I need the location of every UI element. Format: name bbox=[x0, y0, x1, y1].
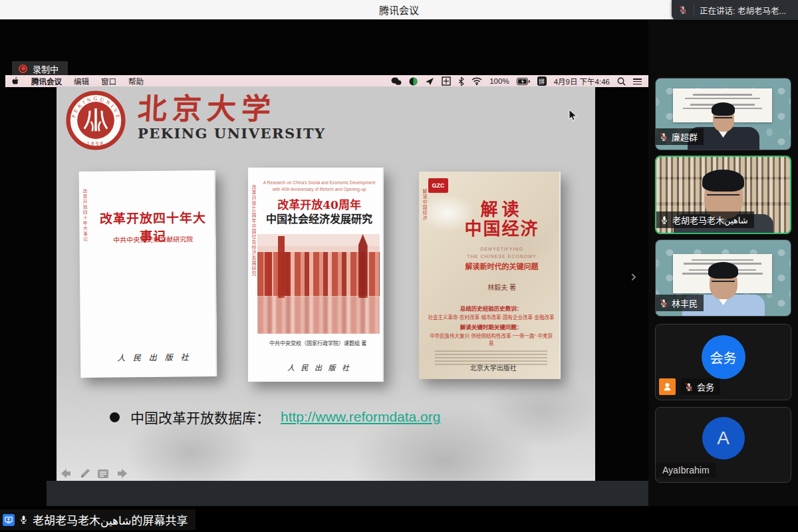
avatar-ayaibrahim: A bbox=[702, 417, 745, 460]
slide-menu-button[interactable] bbox=[96, 467, 110, 480]
active-speaker-text: 正在讲话: 老胡老马老... bbox=[694, 4, 786, 17]
participant-name-label: 会务 bbox=[681, 378, 720, 395]
participant-name-label: AyaIbrahim bbox=[656, 463, 716, 477]
book2-skyline-image bbox=[257, 234, 380, 334]
university-name-en: PEKING UNIVERSITY bbox=[138, 125, 326, 142]
recording-label: 录制中 bbox=[33, 63, 59, 75]
book3-blurb-h1: 总结历史经验历史教训： bbox=[428, 304, 555, 312]
next-slide-button[interactable] bbox=[114, 467, 128, 480]
record-dot-icon bbox=[19, 65, 27, 73]
participants-sidebar: 廉超群 老胡老马老木شاهين 林丰民 bbox=[648, 20, 798, 506]
mouse-cursor bbox=[569, 109, 577, 124]
mic-muted-icon bbox=[659, 299, 668, 308]
book-cover-3: GZC 解读中国经济 解读 中国经济 DEMYSTIFYING THE CHIN… bbox=[419, 172, 561, 379]
participant-name-label: 老胡老马老木شاهين bbox=[656, 211, 754, 228]
book3-title-en-1: DEMYSTIFYING bbox=[454, 246, 549, 253]
presenter-app-strip bbox=[47, 481, 648, 506]
paper-plane-icon[interactable] bbox=[425, 76, 434, 86]
menubar-item-window[interactable]: 窗口 bbox=[101, 76, 116, 86]
book2-title-en-2: with 40th Anniversary of Reform and Open… bbox=[261, 186, 376, 193]
menubar-item-help[interactable]: 帮助 bbox=[128, 76, 144, 86]
menubar-app-name[interactable]: 腾讯会议 bbox=[31, 76, 62, 86]
bullet-text: 中国改革开放数据库： bbox=[130, 407, 270, 427]
input-source-grid-icon[interactable] bbox=[442, 76, 451, 86]
recording-indicator[interactable]: 录制中 bbox=[12, 61, 68, 76]
pku-seal-icon: P E K I N G U N I V E R S I T Y 1898 bbox=[66, 90, 126, 150]
spotlight-search-icon[interactable] bbox=[617, 76, 626, 86]
participant-tile-huiwu[interactable]: 会务 会务 bbox=[655, 324, 791, 400]
macos-menubar: 腾讯会议 编辑 窗口 帮助 bbox=[5, 75, 648, 87]
battery-icon[interactable] bbox=[517, 76, 530, 86]
participant-name: 会务 bbox=[697, 380, 714, 393]
window-title: 腾讯会议 bbox=[379, 3, 419, 17]
pen-tool-button[interactable] bbox=[78, 467, 92, 480]
book3-title-en-2: THE CHINESE ECONOMY bbox=[454, 253, 549, 261]
tencent-meeting-window: 腾讯会议 正在讲话: 老胡老马老... 录制中 腾讯会议 编辑 窗口 帮助 bbox=[0, 0, 798, 532]
wechat-icon[interactable] bbox=[391, 76, 402, 86]
book-cover-2: 改革开放40周年中国社会经济发展研究 A Research on China's… bbox=[248, 168, 384, 382]
sidebar-collapse-chevron[interactable]: › bbox=[630, 267, 637, 286]
book3-spine: 解读中国经济 bbox=[421, 189, 428, 221]
book2-title-en-1: A Research on China's Social and Economi… bbox=[261, 180, 376, 186]
book3-blurb-h2: 解读关键时期关键问题： bbox=[428, 323, 555, 331]
participant-tile-lianchaoqun[interactable]: 廉超群 bbox=[655, 78, 791, 150]
book3-title-2: 中国经济 bbox=[454, 219, 549, 239]
mic-muted-icon bbox=[672, 3, 694, 17]
participant-name: 廉超群 bbox=[672, 130, 698, 143]
participant-name: 林丰民 bbox=[672, 297, 698, 309]
book2-publisher: 人 民 出 版 社 bbox=[261, 362, 376, 372]
input-method-icon[interactable]: 拼 bbox=[537, 76, 547, 86]
book1-publisher: 人 民 出 版 社 bbox=[97, 350, 211, 363]
book2-spine: 改革开放40周年中国社会经济发展研究 bbox=[250, 185, 257, 277]
book3-blurb-1: 社会主义革命·农村改革·城市改革·国有企业改革·金融改革 bbox=[428, 313, 555, 321]
mic-on-icon bbox=[19, 515, 29, 525]
book2-author: 中共中央党校（国家行政学院）课题组 著 bbox=[255, 339, 381, 346]
mic-muted-icon bbox=[684, 382, 694, 392]
pku-logo-header: P E K I N G U N I V E R S I T Y 1898 北京大… bbox=[66, 90, 326, 150]
participant-name-label: 廉超群 bbox=[656, 128, 704, 145]
book1-spine: 改革开放四十年大事记 bbox=[81, 189, 88, 242]
presentation-slide: P E K I N G U N I V E R S I T Y 1898 北京大… bbox=[57, 86, 595, 481]
host-role-badge-icon bbox=[659, 378, 676, 395]
screen-share-icon bbox=[3, 514, 15, 526]
participant-tile-ayaibrahim[interactable]: A AyaIbrahim bbox=[655, 407, 791, 483]
participant-name-label: 林丰民 bbox=[656, 295, 704, 311]
bluetooth-icon[interactable] bbox=[458, 76, 464, 86]
participant-name: 老胡老马老木شاهين bbox=[672, 213, 748, 226]
participant-tile-laohu-speaking[interactable]: 老胡老马老木شاهين bbox=[655, 156, 791, 234]
status-circle-icon[interactable] bbox=[409, 76, 418, 86]
avatar-huiwu: 会务 bbox=[702, 335, 745, 379]
participant-tile-linfengmin[interactable]: 林丰民 bbox=[655, 239, 791, 317]
menubar-datetime[interactable]: 4月9日 下午4:46 bbox=[554, 76, 610, 86]
seal-year: 1898 bbox=[87, 141, 105, 147]
book3-publisher: 北京大学出版社 bbox=[433, 362, 553, 372]
reformdata-link[interactable]: http://www.reformdata.org bbox=[281, 409, 440, 425]
mic-muted-icon bbox=[659, 132, 668, 142]
wifi-icon[interactable] bbox=[471, 76, 482, 86]
prev-slide-button[interactable] bbox=[61, 467, 74, 480]
book3-title-1: 解读 bbox=[454, 196, 549, 220]
slide-bullet-line: 中国改革开放数据库： http://www.reformdata.org bbox=[110, 407, 440, 427]
slideshow-toolbar bbox=[61, 467, 128, 480]
mic-on-icon bbox=[660, 215, 669, 225]
book1-author: 中共中央党史和文献研究院 bbox=[96, 233, 210, 245]
menubar-item-edit[interactable]: 编辑 bbox=[74, 76, 89, 86]
battery-percent: 100% bbox=[489, 77, 509, 85]
participant-name: AyaIbrahim bbox=[662, 465, 710, 475]
university-name-cn: 北京大学 bbox=[137, 94, 327, 124]
book3-blurb-2: 中华民族伟大复兴·供给侧结构性改革·“一带一路”·中美贸易 bbox=[428, 332, 555, 346]
book3-author: 林毅夫 著 bbox=[454, 282, 549, 292]
book-cover-1: 改革开放四十年大事记 改革开放四十年大事记 中共中央党史和文献研究院 人 民 出… bbox=[79, 170, 217, 378]
bottom-bar: 老胡老马老木شاهين的屏幕共享 bbox=[0, 506, 798, 532]
apple-logo-icon[interactable] bbox=[12, 76, 19, 86]
book3-badge: GZC bbox=[428, 178, 448, 193]
share-banner-text: 老胡老马老木شاهين的屏幕共享 bbox=[33, 511, 188, 528]
active-speaker-indicator: 正在讲话: 老胡老马老... bbox=[672, 0, 798, 20]
screen-share-view: 录制中 腾讯会议 编辑 窗口 帮助 bbox=[0, 20, 648, 506]
control-center-icon[interactable] bbox=[633, 78, 642, 84]
bullet-dot-icon bbox=[110, 412, 120, 422]
book3-blurb: 总结历史经验历史教训： 社会主义革命·农村改革·城市改革·国有企业改革·金融改革… bbox=[428, 302, 555, 366]
screen-share-banner: 老胡老马老木شاهين的屏幕共享 bbox=[0, 509, 196, 530]
book2-title-2: 中国社会经济发展研究 bbox=[259, 210, 380, 226]
book3-subtitle: 解读新时代的关键问题 bbox=[454, 261, 549, 271]
